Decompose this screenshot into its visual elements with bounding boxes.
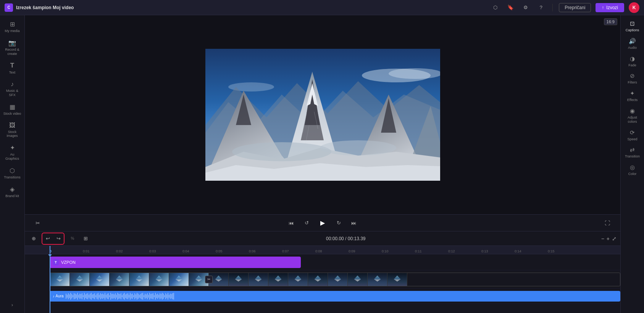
right-sidebar-item-captions[interactable]: ⊡ Captions [622,18,643,34]
sidebar-item-transitions[interactable]: ⬡ Transitions [2,165,23,182]
skip-back-button[interactable]: ⏮ [286,218,297,228]
aspect-ratio-badge[interactable]: 16:9 [604,18,617,25]
sidebar-item-my-media[interactable]: ⊞ My media [2,18,23,35]
sidebar-collapse-button[interactable]: › [2,300,23,310]
playback-left-controls: ✂ [32,218,43,228]
right-sidebar-item-speed[interactable]: ⟳ Speed [622,127,643,143]
bookmark-button[interactable]: 🔖 [505,2,516,13]
center-content: 16:9 [25,15,620,313]
sidebar-item-label: Stockimages [6,130,18,138]
transitions-icon: ⬡ [10,167,15,174]
project-title: Izrezek šampion Moj video [16,5,74,10]
timeline-area: ⊕ ↩ ↪ % ⊞ 00:00.00 / 00:13.39 − + ⤢ [25,231,620,313]
sidebar-item-label: Transitions [4,175,21,180]
right-sidebar-item-filters[interactable]: ⊘ Filters [622,71,643,87]
sidebar-item-label: Stock video [3,112,21,116]
video-frame [268,273,288,286]
sidebar-item-stock-video[interactable]: ▦ Stock video [2,101,23,118]
add-camera-button[interactable]: ⊞ [81,234,90,244]
audio-label: ♪ Aura [53,294,64,298]
right-sidebar-item-label: Filters [628,80,637,85]
help-button[interactable]: ? [536,2,546,13]
export-button[interactable]: ↑ Izvozi [596,3,624,12]
skip-forward-button[interactable]: ⏭ [349,218,359,228]
replay-5-button[interactable]: ↺ [301,218,312,228]
percent-label: % [68,234,77,244]
right-sidebar-item-transition[interactable]: ⇄ Transition [622,144,643,161]
speed-icon: ⟳ [630,129,635,136]
right-sidebar-item-label: Transition [625,154,640,159]
zoom-out-button[interactable]: − [601,236,604,242]
right-sidebar-item-label: Audio [628,46,637,50]
right-sidebar-item-label: Adjustcolors [628,116,637,124]
right-sidebar-item-label: Speed [627,137,637,141]
share-network-button[interactable]: ⬡ [490,2,500,13]
sidebar-item-brand-kit[interactable]: ◈ Brand kit [2,183,23,201]
audio-track-row: ♪ Aura [50,289,620,304]
left-sidebar: ⊞ My media 📷 Record &create T Text ♪ Mus… [0,15,25,313]
fullscreen-button[interactable]: ⛶ [602,218,613,228]
undo-button[interactable]: ↩ [43,234,53,244]
chevron-right-icon: › [11,302,13,308]
timeline-toolbar: ⊕ ↩ ↪ % ⊞ 00:00.00 / 00:13.39 − + ⤢ [25,231,620,246]
sidebar-item-label: Music & SFX [3,89,21,97]
top-bar-left: C Izrezek šampion Moj video [5,3,74,12]
video-frame [328,273,348,286]
stock-images-icon: 🖼 [9,122,15,129]
sidebar-item-record-create[interactable]: 📷 Record &create [2,37,23,58]
video-frame [288,273,308,286]
video-track-frames: ✂ [50,273,620,286]
sidebar-item-label: Text [9,71,16,75]
svg-point-2 [389,68,440,79]
au-graphics-icon: ✦ [10,144,15,151]
crop-button[interactable]: ✂ [32,218,43,228]
sidebar-item-au-graphics[interactable]: ✦ AuGraphics [2,142,23,163]
text-track-row: T VZPON [50,254,620,270]
brand-kit-icon: ◈ [10,186,15,193]
timeline-time-display: 00:00.00 / 00:13.39 [263,236,429,241]
playhead [50,254,50,313]
forward-5-button[interactable]: ↻ [333,218,344,228]
sidebar-item-stock-images[interactable]: 🖼 Stockimages [2,120,23,141]
sidebar-item-label: AuGraphics [5,152,19,161]
right-sidebar-item-effects[interactable]: ✦ Effects [622,88,643,104]
top-bar-right: ⬡ 🔖 ⚙ ? Prepričani ↑ Izvozi K [490,2,639,13]
video-track-clip[interactable]: ✂ [50,273,620,286]
play-pause-button[interactable]: ▶ [316,217,329,229]
settings-button[interactable]: ⚙ [520,2,531,13]
stock-video-icon: ▦ [10,103,15,111]
zoom-in-button[interactable]: + [607,236,610,242]
video-frame [368,273,387,286]
right-sidebar-item-fade[interactable]: ◑ Fade [622,53,643,69]
sidebar-item-text[interactable]: T Text [2,59,23,77]
right-sidebar: ⊡ Captions 🔊 Audio ◑ Fade ⊘ Filters ✦ Ef… [620,15,644,313]
redo-button[interactable]: ↪ [53,234,63,244]
share-button[interactable]: Prepričani [559,3,591,12]
color-icon: ◎ [630,164,635,171]
sidebar-item-label: Brand kit [5,194,19,198]
right-sidebar-item-label: Color [628,172,637,176]
svg-point-17 [232,142,331,161]
sidebar-item-label: My media [5,29,19,33]
my-media-icon: ⊞ [10,21,15,28]
video-frame-svg [205,49,440,181]
export-icon: ↑ [602,5,604,10]
text-clip-label: VZPON [61,260,76,265]
divider [552,4,553,11]
video-frame [70,273,90,286]
user-avatar[interactable]: K [629,2,639,13]
magnet-button[interactable]: ⊕ [29,234,39,244]
right-sidebar-item-audio[interactable]: 🔊 Audio [622,36,643,52]
text-icon: T [10,62,14,69]
audio-track-clip[interactable]: ♪ Aura [50,291,620,302]
audio-icon: 🔊 [629,38,636,45]
right-sidebar-item-color[interactable]: ◎ Color [622,162,643,178]
right-sidebar-item-adjust-colors[interactable]: ◉ Adjustcolors [622,106,643,126]
video-preview-area: 16:9 [25,15,620,214]
text-clip[interactable]: T VZPON [50,257,301,268]
right-sidebar-item-label: Captions [626,28,639,32]
expand-button[interactable]: ⤢ [612,236,617,242]
sidebar-item-music-sfx[interactable]: ♪ Music & SFX [2,79,23,100]
music-note-icon: ♪ [53,294,55,298]
video-frame [229,273,249,286]
